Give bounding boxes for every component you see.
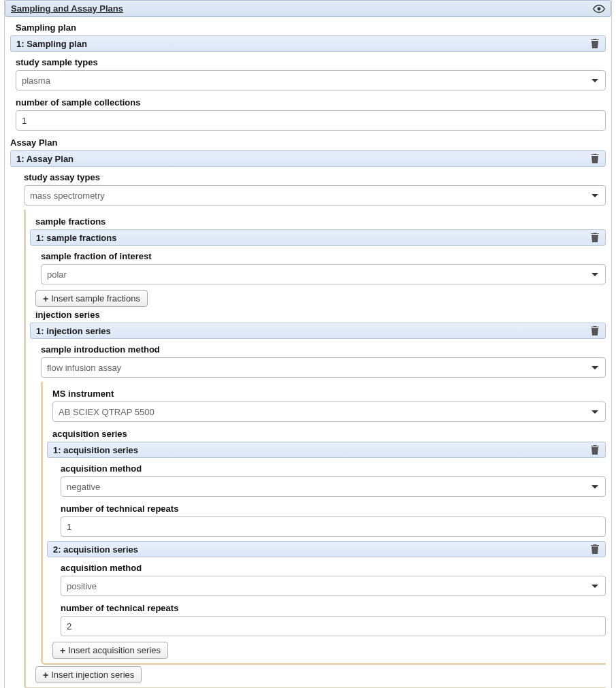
intro-method-value: flow infusion assay (47, 363, 121, 373)
study-sample-types-label: study sample types (10, 54, 606, 70)
num-collections-input[interactable]: 1 (16, 110, 606, 131)
acq2-repeats-value: 2 (67, 621, 71, 632)
sampling-plan-label: Sampling plan (10, 20, 606, 35)
assay-plan-item-title: 1: Assay Plan (16, 154, 74, 164)
eye-icon[interactable] (593, 4, 605, 14)
acq1-repeats-input[interactable]: 1 (61, 517, 606, 537)
insert-sample-fractions-label: Insert sample fractions (51, 293, 140, 304)
ms-instrument-select[interactable]: AB SCIEX QTRAP 5500 (52, 402, 606, 422)
delete-assay-plan-icon[interactable] (590, 153, 600, 164)
intro-method-label: sample introduction method (35, 342, 606, 357)
insert-injection-label: Insert injection series (51, 670, 134, 680)
study-sample-types-select[interactable]: plasma (16, 70, 606, 91)
study-assay-types-label: study assay types (18, 169, 606, 185)
acq1-method-value: negative (67, 482, 100, 492)
ms-instrument-value: AB SCIEX QTRAP 5500 (59, 407, 155, 417)
plus-icon: + (43, 670, 48, 680)
acq1-method-label: acquisition method (55, 461, 606, 476)
sampling-assay-panel: Sampling and Assay Plans Sampling plan 1… (4, 0, 612, 688)
insert-injection-series-button[interactable]: + Insert injection series (35, 666, 142, 683)
study-sample-types-value: plasma (22, 76, 50, 86)
sampling-plan-item-title: 1: Sampling plan (16, 39, 87, 49)
injection-nest: MS instrument AB SCIEX QTRAP 5500 acquis… (41, 382, 606, 665)
sample-fractions-item-header[interactable]: 1: sample fractions (30, 229, 606, 246)
acq-series-1-header[interactable]: 1: acquisition series (47, 442, 606, 458)
panel-header: Sampling and Assay Plans (5, 0, 611, 17)
acq-series-label: acquisition series (47, 426, 606, 442)
assay-nest: sample fractions 1: sample fractions sam… (24, 210, 606, 688)
injection-series-item-title: 1: injection series (36, 326, 111, 336)
assay-plan-label: Assay Plan (10, 135, 606, 150)
acq2-title: 2: acquisition series (53, 544, 138, 555)
acq2-method-value: positive (67, 581, 97, 591)
delete-injection-series-icon[interactable] (590, 325, 600, 336)
insert-acq-series-button[interactable]: + Insert acquisition series (52, 642, 168, 659)
acq2-repeats-input[interactable]: 2 (61, 616, 606, 636)
injection-series-label: injection series (30, 307, 606, 323)
acq2-repeats-label: number of technical repeats (55, 600, 606, 616)
acq1-repeats-label: number of technical repeats (55, 501, 606, 517)
study-assay-types-select[interactable]: mass spectrometry (24, 185, 606, 206)
panel-title: Sampling and Assay Plans (11, 3, 123, 14)
injection-series-item-header[interactable]: 1: injection series (30, 323, 606, 339)
assay-plan-item-header[interactable]: 1: Assay Plan (10, 150, 606, 167)
delete-sample-fractions-icon[interactable] (590, 232, 600, 243)
delete-acq2-icon[interactable] (590, 544, 600, 555)
fraction-interest-value: polar (47, 269, 67, 280)
ms-instrument-label: MS instrument (47, 386, 606, 402)
svg-point-0 (598, 7, 601, 10)
delete-sampling-plan-icon[interactable] (590, 38, 600, 49)
sampling-plan-item-header[interactable]: 1: Sampling plan (10, 35, 606, 52)
fraction-interest-select[interactable]: polar (41, 264, 606, 284)
insert-acq-label: Insert acquisition series (68, 645, 161, 655)
sample-fractions-item-title: 1: sample fractions (36, 233, 117, 243)
acq1-method-select[interactable]: negative (61, 476, 606, 497)
acq1-title: 1: acquisition series (53, 445, 138, 455)
acq-series-2-header[interactable]: 2: acquisition series (47, 541, 606, 557)
delete-acq1-icon[interactable] (590, 444, 600, 455)
study-assay-types-value: mass spectrometry (30, 191, 105, 201)
sampling-plan-section: Sampling plan 1: Sampling plan study sam… (5, 20, 611, 688)
plus-icon: + (60, 646, 65, 655)
num-collections-value: 1 (22, 116, 27, 126)
acq2-method-label: acquisition method (55, 560, 606, 576)
insert-sample-fractions-button[interactable]: + Insert sample fractions (35, 290, 148, 307)
num-collections-label: number of sample collections (10, 95, 606, 110)
plus-icon: + (43, 294, 48, 304)
intro-method-select[interactable]: flow infusion assay (41, 357, 606, 378)
sample-fractions-label: sample fractions (30, 214, 606, 229)
acq2-method-select[interactable]: positive (61, 576, 606, 596)
fraction-interest-label: sample fraction of interest (35, 248, 606, 264)
acq1-repeats-value: 1 (67, 522, 71, 532)
